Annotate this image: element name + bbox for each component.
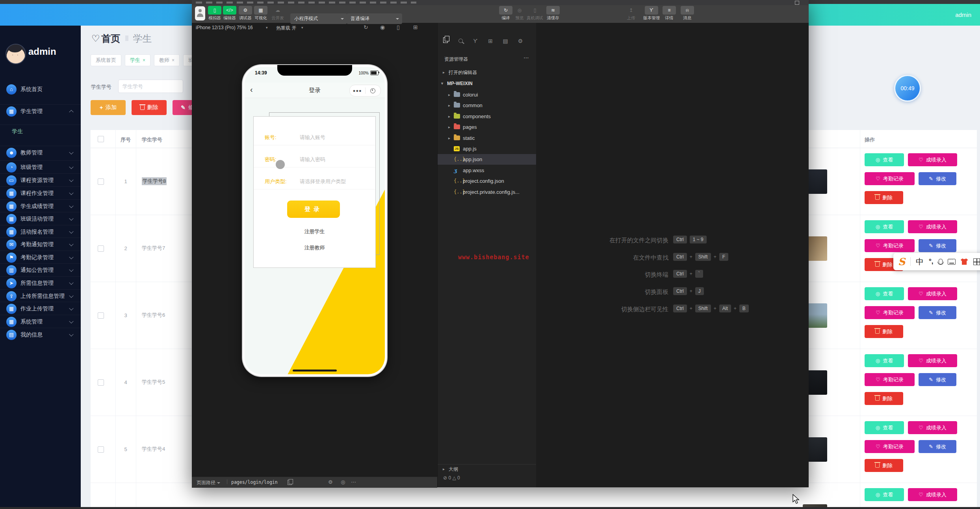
outline-section[interactable]: ▸ 大纲 xyxy=(438,464,536,474)
close-icon[interactable]: × xyxy=(172,58,174,63)
sidebar-item-4[interactable]: ◔班级管理 xyxy=(0,160,81,174)
user-avatar-button[interactable] xyxy=(195,6,205,20)
sidebar-item-14[interactable]: ⇪上传所需信息管理 xyxy=(0,289,81,303)
files-icon[interactable] xyxy=(441,36,450,46)
score-button[interactable]: ♡成绩录入 xyxy=(908,488,957,501)
edit-button[interactable]: ✎修改 xyxy=(919,172,956,185)
消息-button[interactable]: ⍾消息 xyxy=(679,6,696,22)
tree-item-project.private.config.js...[interactable]: {..}project.private.config.js... xyxy=(438,187,536,197)
open-editors-section[interactable]: ▸ 打开的编辑器 xyxy=(438,67,536,78)
row-checkbox[interactable] xyxy=(98,245,104,252)
attend-button[interactable]: ♡考勤记录 xyxy=(865,239,915,252)
delete-button[interactable]: 删除 xyxy=(865,392,903,405)
device-selector[interactable]: iPhone 12/13 (Pro) 75% 16 xyxy=(196,25,253,30)
tree-item-static[interactable]: ▸static xyxy=(438,133,536,143)
timer-badge[interactable]: 00:49 xyxy=(894,75,921,102)
toolbox-icon[interactable] xyxy=(973,258,980,265)
score-button[interactable]: ♡成绩录入 xyxy=(908,220,957,233)
sidebar-item-17[interactable]: ▤我的信息 xyxy=(0,328,81,342)
devtools-menubar[interactable] xyxy=(192,0,809,5)
more-icon[interactable]: ●●● xyxy=(350,88,365,93)
sogou-logo[interactable]: S xyxy=(898,257,905,267)
project-root[interactable]: ▾ MP-WEIXIN xyxy=(438,78,536,89)
search-input[interactable] xyxy=(118,80,183,93)
tab-1[interactable]: 学生× xyxy=(125,54,150,66)
register-link-0[interactable]: 注册学生 xyxy=(254,228,375,235)
attend-button[interactable]: ♡考勤记录 xyxy=(865,172,915,185)
上传-button[interactable]: ↥上传 xyxy=(622,6,640,22)
sidebar-item-3[interactable]: ☻教师管理 xyxy=(0,146,81,160)
compile-select[interactable]: 普通编译 xyxy=(347,13,402,24)
delete-button[interactable]: 删除 xyxy=(865,459,903,472)
tree-item-project.config.json[interactable]: {..}project.config.json xyxy=(438,176,536,186)
row-checkbox[interactable] xyxy=(98,312,104,319)
edit-button[interactable]: ✎修改 xyxy=(919,440,956,453)
tab-2[interactable]: 教师× xyxy=(154,54,180,66)
punctuation-icon[interactable]: °, xyxy=(929,258,934,266)
sidebar-item-10[interactable]: ✉考勤通知管理 xyxy=(0,238,81,251)
sidebar-item-6[interactable]: ▦课程作业管理 xyxy=(0,186,81,200)
view-button[interactable]: ◎查看 xyxy=(865,488,904,501)
tree-item-pages[interactable]: ▸pages xyxy=(438,122,536,132)
score-button[interactable]: ♡成绩录入 xyxy=(908,354,957,367)
sidebar-item-0[interactable]: ⌂系统首页 xyxy=(0,83,81,96)
delete-button[interactable]: 删除 xyxy=(865,191,903,204)
microphone-icon[interactable] xyxy=(939,259,943,264)
problems-status[interactable]: ⊘ 0 △ 0 xyxy=(443,475,460,481)
sidebar-item-8[interactable]: ▦班级活动管理 xyxy=(0,212,81,226)
tree-item-common[interactable]: ▸common xyxy=(438,100,536,111)
window-icon[interactable] xyxy=(795,1,799,5)
more-icon[interactable]: ⋯ xyxy=(523,54,529,61)
edit-button[interactable]: ✎修改 xyxy=(919,306,956,319)
score-button[interactable]: ♡成绩录入 xyxy=(908,153,957,166)
tree-item-app.wxss[interactable]: ʒapp.wxss xyxy=(438,165,536,176)
sidebar-item-9[interactable]: ▦活动报名管理 xyxy=(0,225,81,239)
attend-button[interactable]: ♡考勤记录 xyxy=(865,440,915,453)
sidebar-item-7[interactable]: ▦学生成绩管理 xyxy=(0,199,81,213)
list-icon[interactable]: ▤ xyxy=(501,36,510,46)
git-branch-icon[interactable]: ϒ xyxy=(471,36,480,46)
eye-icon[interactable]: ◎ xyxy=(341,479,345,485)
extensions-icon[interactable]: ⊞ xyxy=(486,36,495,46)
login-field-2[interactable]: 用户类型:请选择登录用户类型 xyxy=(254,173,375,189)
sidebar-item-15[interactable]: ▦作业上传管理 xyxy=(0,302,81,316)
tree-item-app.js[interactable]: JSapp.js xyxy=(438,143,536,154)
sidebar-profile[interactable]: admin xyxy=(0,41,81,65)
score-button[interactable]: ♡成绩录入 xyxy=(908,287,957,300)
view-button[interactable]: ◎查看 xyxy=(865,220,904,233)
bug-icon[interactable]: ⚙ xyxy=(328,479,333,485)
chinese-mode-icon[interactable]: 中 xyxy=(916,256,924,267)
view-button[interactable]: ◎查看 xyxy=(865,153,904,166)
tree-item-app.json[interactable]: {..}app.json xyxy=(438,154,536,165)
topbar-username[interactable]: admin xyxy=(955,4,971,26)
edit-button[interactable]: ✎修改 xyxy=(919,239,956,252)
edit-button[interactable]: ✎修改 xyxy=(919,373,956,386)
keyboard-icon[interactable] xyxy=(948,259,956,265)
copy-icon[interactable] xyxy=(288,480,292,485)
skin-icon[interactable] xyxy=(961,258,968,265)
tab-0[interactable]: 系统首页 xyxy=(91,54,121,66)
view-button[interactable]: ◎查看 xyxy=(865,421,904,434)
row-checkbox[interactable] xyxy=(98,178,104,185)
page-path-selector[interactable]: 页面路径 xyxy=(197,479,220,486)
device-frame-icon[interactable]: ▯ xyxy=(397,24,400,30)
row-checkbox[interactable] xyxy=(98,379,104,386)
可视化-button[interactable]: ▦可视化 xyxy=(251,6,270,22)
more-icon[interactable]: ⋯ xyxy=(351,479,356,485)
sidebar-item-12[interactable]: ▥通知公告管理 xyxy=(0,263,81,277)
清缓存-button[interactable]: ≋清缓存 xyxy=(542,6,564,22)
attend-button[interactable]: ♡考勤记录 xyxy=(865,373,915,386)
mode-select[interactable]: 小程序模式 xyxy=(290,13,347,24)
add-button[interactable]: +添加 xyxy=(91,100,126,115)
sidebar-item-5[interactable]: ▭课程资源管理 xyxy=(0,173,81,187)
rotate-icon[interactable]: ↻ xyxy=(364,24,368,30)
sidebar-item-13[interactable]: ➤所需信息管理 xyxy=(0,276,81,290)
云开发-button[interactable]: ☁云开发 xyxy=(268,6,287,22)
tree-item-components[interactable]: ▸components xyxy=(438,111,536,122)
multi-window-icon[interactable]: ⊞ xyxy=(413,24,418,30)
view-button[interactable]: ◎查看 xyxy=(865,287,904,300)
sidebar-item-1[interactable]: ▦学生管理 xyxy=(0,104,81,118)
search-icon[interactable] xyxy=(456,36,465,46)
close-icon[interactable]: × xyxy=(143,58,145,63)
详情-button[interactable]: ≡详情 xyxy=(661,6,678,22)
